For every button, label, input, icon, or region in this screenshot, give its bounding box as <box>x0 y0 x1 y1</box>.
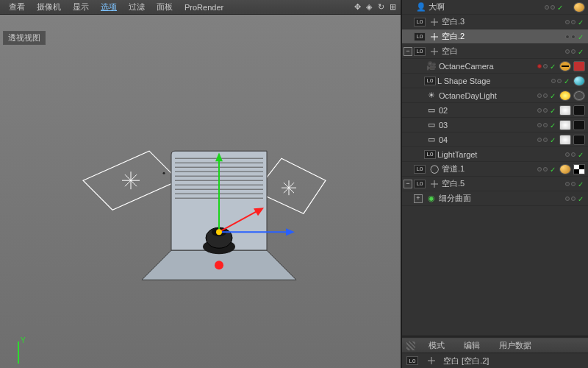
material-tag-icon[interactable] <box>559 120 571 130</box>
axis-indicator: Y <box>4 334 34 364</box>
tag-icon[interactable] <box>573 135 585 145</box>
attribute-object-row: L0 空白 [空白.2] <box>402 353 588 368</box>
scene-gizmo <box>61 99 340 291</box>
sun-tag-icon[interactable] <box>559 91 571 101</box>
layer-badge: L0 <box>414 32 426 41</box>
viewport-nav-icons: ✥ ◈ ↻ ⊞ <box>352 2 398 13</box>
collapse-icon[interactable]: − <box>404 180 412 188</box>
material-tag-icon[interactable] <box>573 2 585 13</box>
tree-row[interactable]: − L0 空白 ✓ <box>402 44 588 59</box>
material-tag-icon[interactable] <box>559 164 571 174</box>
tree-row[interactable]: − L0 空白.5 ✓ <box>402 177 588 191</box>
person-icon: 👤 <box>416 2 426 13</box>
null-icon <box>429 17 440 27</box>
tree-row[interactable]: 🎥 OctaneCamera ✓ <box>402 59 588 74</box>
camera-icon: 🎥 <box>426 61 437 71</box>
viewport-pane: 查看 摄像机 显示 选项 过滤 面板 ProRender ✥ ◈ ↻ ⊞ 透视视… <box>0 0 401 368</box>
tag-icon[interactable] <box>573 120 585 130</box>
viewport-menu-bar: 查看 摄像机 显示 选项 过滤 面板 ProRender ✥ ◈ ↻ ⊞ <box>0 0 401 15</box>
attr-userdata[interactable]: 用户数据 <box>493 339 537 353</box>
svg-marker-29 <box>286 228 295 236</box>
object-tree[interactable]: 👤 大啊 ✓ L0 空白.3 ✓ L0 空白.2 ✓ − L0 空白 ✓ <box>402 0 588 336</box>
material-tag-icon[interactable] <box>573 76 585 86</box>
null-icon <box>429 179 440 189</box>
tree-row[interactable]: + ◉ 细分曲面 ✓ <box>402 191 588 206</box>
nav-rotate-icon[interactable]: ↻ <box>376 2 386 13</box>
svg-point-10 <box>162 172 165 174</box>
object-manager-panel: 👤 大啊 ✓ L0 空白.3 ✓ L0 空白.2 ✓ − L0 空白 ✓ <box>401 0 588 368</box>
layer-badge: L0 <box>414 165 426 174</box>
tree-row[interactable]: ▭ 02 ✓ <box>402 103 588 118</box>
tree-row[interactable]: L0 空白.3 ✓ <box>402 15 588 29</box>
tree-row[interactable]: ▭ 04 ✓ <box>402 132 588 147</box>
tag-icon[interactable] <box>573 105 585 116</box>
uvw-tag-icon[interactable] <box>573 164 585 174</box>
menu-options[interactable]: 选项 <box>95 0 123 14</box>
menu-panel[interactable]: 面板 <box>151 0 179 14</box>
viewport-3d[interactable]: 透视视图 <box>0 15 401 368</box>
svg-point-33 <box>216 229 222 235</box>
tube-icon: ◯ <box>429 164 440 174</box>
plane-icon: ▭ <box>426 120 437 130</box>
plane-icon: ▭ <box>426 105 437 116</box>
light-icon: ☀ <box>426 91 437 101</box>
nav-zoom-icon[interactable]: ◈ <box>364 2 374 13</box>
attribute-menu-bar: 模式 编辑 用户数据 <box>402 339 588 353</box>
attribute-object-label: 空白 [空白.2] <box>443 355 489 367</box>
plane-icon: ▭ <box>426 135 437 145</box>
attr-edit[interactable]: 编辑 <box>458 339 486 353</box>
null-icon <box>426 355 437 366</box>
tree-row[interactable]: L0 L Shape Stage ✓ <box>402 74 588 88</box>
protection-tag-icon[interactable] <box>559 61 571 71</box>
svg-point-32 <box>215 261 223 269</box>
nav-maximize-icon[interactable]: ⊞ <box>387 2 398 13</box>
expand-icon[interactable]: + <box>414 194 423 203</box>
attr-mode[interactable]: 模式 <box>423 339 451 353</box>
tree-row[interactable]: 👤 大啊 ✓ <box>402 0 588 15</box>
tree-row-selected[interactable]: L0 空白.2 ✓ <box>402 29 588 44</box>
layer-badge: L0 <box>424 150 436 159</box>
viewport-label: 透视视图 <box>3 31 46 45</box>
menu-filter[interactable]: 过滤 <box>123 0 151 14</box>
material-tag-icon[interactable] <box>559 135 571 145</box>
octane-camera-tag-icon[interactable] <box>573 61 585 71</box>
tree-row[interactable]: ☀ OctaneDayLight ✓ <box>402 88 588 103</box>
menu-view[interactable]: 查看 <box>3 0 31 14</box>
menu-camera[interactable]: 摄像机 <box>31 0 67 14</box>
null-icon <box>429 46 440 57</box>
layer-badge: L0 <box>424 77 436 85</box>
collapse-icon[interactable]: − <box>404 47 412 56</box>
tree-row[interactable]: ▭ 03 ✓ <box>402 118 588 132</box>
sds-icon: ◉ <box>426 194 437 204</box>
layer-badge: L0 <box>414 18 426 26</box>
grip-icon[interactable] <box>406 342 415 350</box>
menu-display[interactable]: 显示 <box>67 0 95 14</box>
layer-badge: L0 <box>406 356 418 365</box>
null-icon <box>429 32 440 42</box>
layer-badge: L0 <box>414 180 426 188</box>
menu-renderer[interactable]: ProRender <box>179 1 229 13</box>
layer-badge: L0 <box>414 47 426 56</box>
tree-row[interactable]: L0 LightTarget ✓ <box>402 147 588 162</box>
nav-move-icon[interactable]: ✥ <box>352 2 362 13</box>
gear-tag-icon[interactable] <box>573 91 585 101</box>
tree-row[interactable]: L0 ◯ 管道.1 ✓ <box>402 162 588 177</box>
material-tag-icon[interactable] <box>559 105 571 116</box>
